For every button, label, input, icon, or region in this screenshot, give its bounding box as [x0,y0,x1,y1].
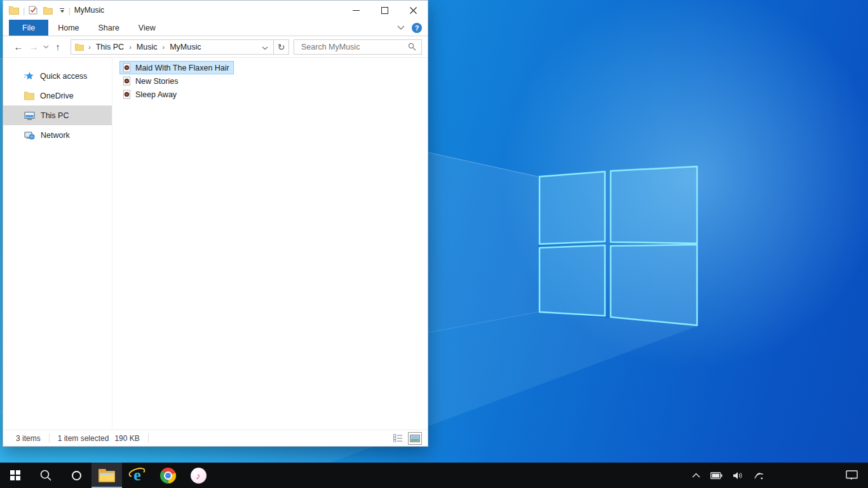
back-button[interactable]: ← [11,42,26,51]
new-folder-icon[interactable] [43,6,53,15]
cortana-button[interactable] [61,463,92,488]
titlebar-separator: | [68,6,70,15]
file-item[interactable]: New Stories [119,74,182,88]
expand-ribbon-icon[interactable] [397,25,405,30]
status-bar: 3 items 1 item selected 190 KB [3,430,428,446]
window-body: Quick access OneDrive This PC [3,58,428,430]
address-dropdown-icon[interactable] [257,41,273,53]
items-count-text: 3 items [16,434,41,443]
sidebar-item-network[interactable]: Network [3,125,112,145]
action-center-icon [846,470,858,480]
file-item-selected[interactable]: Maid With The Flaxen Hair [119,61,234,74]
taskbar-search-button[interactable] [31,463,61,488]
view-toggle-group [391,432,422,445]
file-explorer-window: | | MyMusic [3,0,428,447]
titlebar-separator: | [23,6,25,15]
minimize-icon [353,7,360,14]
internet-explorer-button[interactable]: e [122,463,153,488]
search-icon [39,469,52,482]
chrome-button[interactable] [153,463,183,488]
quick-access-star-icon [24,71,34,81]
customize-quick-access-icon[interactable] [60,8,64,13]
file-list: Maid With The Flaxen Hair New Stories [112,58,428,430]
wifi-indicator[interactable] [749,463,770,488]
chrome-icon [160,468,176,484]
file-line: Sleep Away [119,88,428,101]
file-explorer-icon [98,469,115,482]
properties-icon[interactable] [29,6,37,15]
status-items-count: 3 items [3,433,50,443]
recent-locations-dropdown[interactable] [41,45,50,49]
breadcrumb-separator: › [161,43,166,51]
file-item[interactable]: Sleep Away [119,88,181,101]
forward-button[interactable]: → [26,42,41,51]
tab-file[interactable]: File [9,20,48,36]
chevron-up-icon [692,473,700,478]
file-name: New Stories [135,77,178,86]
sidebar-item-label: Quick access [40,72,87,81]
refresh-button[interactable]: ↻ [274,39,289,55]
battery-indicator[interactable] [705,463,728,488]
tab-view[interactable]: View [129,20,165,36]
address-folder-icon [75,43,84,51]
sidebar-item-label: Network [41,131,70,140]
window-folder-icon[interactable] [9,6,19,15]
address-bar[interactable]: › This PC › Music › MyMusic [71,39,274,55]
titlebar[interactable]: | | MyMusic [3,1,428,20]
audio-file-icon [122,90,132,99]
itunes-button[interactable]: ♪ [183,463,214,488]
minimize-button[interactable] [342,1,370,20]
volume-indicator[interactable] [728,463,749,488]
onedrive-folder-icon [24,91,34,100]
help-glyph: ? [415,24,419,32]
details-view-button[interactable] [391,432,405,445]
thumbnail-view-button[interactable] [408,432,422,445]
audio-file-icon [122,63,132,72]
ribbon-tabs: File Home Share View ? [3,20,428,36]
show-hidden-icons-button[interactable] [687,463,705,488]
cortana-icon [72,471,81,480]
navigation-pane: Quick access OneDrive This PC [3,58,112,430]
system-tray [687,463,868,488]
sidebar-item-quick-access[interactable]: Quick access [3,66,112,86]
sidebar-item-this-pc[interactable]: This PC [3,105,112,125]
audio-file-icon [122,76,132,86]
selected-count-text: 1 item selected [58,434,109,443]
refresh-icon: ↻ [278,42,285,52]
this-pc-monitor-icon [24,111,35,121]
up-button[interactable]: ↑ [50,42,65,51]
network-icon [24,130,35,140]
breadcrumb-music[interactable]: Music [133,43,161,51]
selected-size-text: 190 KB [114,434,139,443]
tab-share[interactable]: Share [89,20,129,36]
help-button[interactable]: ? [412,23,422,33]
wifi-icon [754,471,764,480]
start-button[interactable] [0,463,31,488]
breadcrumb-this-pc[interactable]: This PC [92,43,128,51]
windows-logo-icon [10,470,20,480]
action-center-button[interactable] [841,463,863,488]
search-input[interactable] [300,42,408,52]
breadcrumb-separator: › [87,43,92,51]
breadcrumb-mymusic[interactable]: MyMusic [166,43,205,51]
close-button[interactable] [399,1,428,20]
close-icon [410,7,417,14]
navigation-bar: ← → ↑ › This PC › Music › MyMusic ↻ [3,36,428,58]
taskbar: e ♪ [0,463,868,488]
window-title: MyMusic [74,6,104,15]
tab-home[interactable]: Home [48,20,88,36]
sidebar-item-label: This PC [41,111,69,120]
maximize-icon [381,7,388,14]
search-icon[interactable] [408,43,416,51]
maximize-button[interactable] [370,1,399,20]
speaker-icon [733,471,743,480]
thumbnail-view-icon [410,435,420,442]
sidebar-item-onedrive[interactable]: OneDrive [3,86,112,105]
ribbon-right-controls: ? [397,20,422,36]
taskbar-file-explorer-button[interactable] [92,463,122,488]
file-line: Maid With The Flaxen Hair [119,61,428,74]
file-name: Sleep Away [135,90,177,99]
sidebar-item-label: OneDrive [40,92,74,100]
quick-access-toolbar [29,6,64,15]
itunes-icon: ♪ [191,468,207,484]
